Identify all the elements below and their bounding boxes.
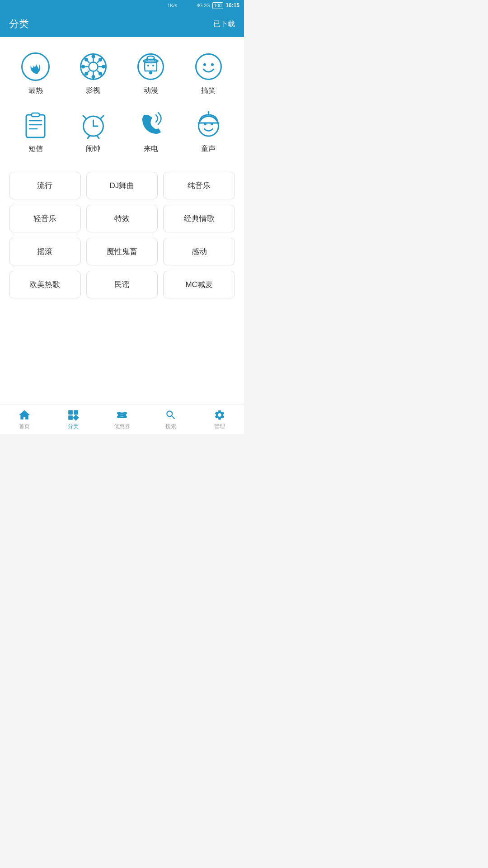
alarm-label: 闹钟 [86,144,100,154]
nav-manage[interactable]: 管理 [195,405,244,434]
anime-label: 动漫 [144,86,158,95]
alarm-status-icon [179,2,186,9]
coupon-nav-icon [116,409,128,421]
sms-icon [20,109,52,141]
svg-point-42 [198,116,218,136]
category-sms[interactable]: 短信 [9,104,62,158]
svg-point-21 [147,56,155,60]
svg-point-24 [149,71,152,74]
svg-line-39 [101,116,103,118]
time-display: 16:15 [225,2,239,9]
category-child[interactable]: 童声 [182,104,235,158]
svg-point-15 [84,58,88,61]
search-nav-label: 搜索 [165,423,176,430]
svg-point-13 [81,65,85,68]
svg-rect-30 [26,115,45,137]
svg-point-12 [91,75,95,79]
hot-label: 最热 [28,86,43,95]
svg-point-47 [207,111,209,113]
signal-text: 4G 2G [197,3,210,8]
svg-rect-50 [68,415,73,420]
tag-button-8[interactable]: 感动 [163,238,235,265]
svg-point-28 [203,63,206,66]
category-icon-grid: 最热 [5,46,239,158]
coupon-nav-label: 优惠券 [114,423,130,430]
page-title: 分类 [9,17,29,31]
category-funny[interactable]: 搞笑 [182,46,235,100]
category-hot[interactable]: 最热 [9,46,62,100]
svg-rect-34 [32,113,39,117]
svg-rect-48 [68,410,73,415]
sms-label: 短信 [28,144,43,154]
network-speed: 1K/s [167,3,177,8]
svg-line-41 [97,136,99,138]
svg-point-11 [91,55,95,58]
nav-category[interactable]: 分类 [49,405,98,434]
call-label: 来电 [144,144,158,154]
child-label: 童声 [201,144,216,154]
category-nav-label: 分类 [68,423,79,430]
funny-icon [192,51,224,82]
battery-indicator: 100 [212,2,224,9]
tag-button-6[interactable]: 摇滚 [9,238,81,265]
category-nav-icon [67,409,80,421]
tag-button-3[interactable]: 轻音乐 [9,205,81,232]
category-call[interactable]: 来电 [124,104,178,158]
category-anime[interactable]: 动漫 [124,46,178,100]
svg-point-26 [152,65,154,66]
nav-search[interactable]: 搜索 [146,405,195,434]
home-nav-icon [18,409,31,421]
svg-point-14 [102,65,105,68]
svg-point-16 [99,72,102,75]
category-alarm[interactable]: 闹钟 [67,104,120,158]
manage-nav-label: 管理 [214,423,225,430]
svg-point-25 [147,65,149,66]
category-movie[interactable]: 影视 [67,46,120,100]
tag-button-2[interactable]: 纯音乐 [163,172,235,199]
anime-icon [135,51,167,82]
tag-button-10[interactable]: 民谣 [86,271,158,298]
tag-button-7[interactable]: 魔性鬼畜 [86,238,158,265]
svg-line-38 [83,116,86,118]
tag-button-0[interactable]: 流行 [9,172,81,199]
status-bar: 1K/s 4G 2G 100 16:15 [0,0,244,11]
tag-button-9[interactable]: 欧美热歌 [9,271,81,298]
svg-point-27 [196,54,221,79]
tag-button-4[interactable]: 特效 [86,205,158,232]
funny-label: 搞笑 [201,86,216,95]
bottom-navigation: 首页 分类 优惠券 搜索 [0,405,244,434]
tag-button-11[interactable]: MC喊麦 [163,271,235,298]
svg-rect-49 [74,410,78,415]
alarm-icon [77,109,109,141]
child-icon [192,109,224,141]
search-nav-icon [164,409,177,421]
nav-coupon[interactable]: 优惠券 [98,405,146,434]
tag-button-5[interactable]: 经典情歌 [163,205,235,232]
svg-point-18 [84,72,88,75]
app-header: 分类 已下载 [0,11,244,37]
tag-button-1[interactable]: DJ舞曲 [86,172,158,199]
svg-point-2 [89,62,98,71]
main-content: 最热 [0,37,244,405]
wifi-icon [188,2,194,9]
nav-home[interactable]: 首页 [0,405,49,434]
movie-icon [77,51,109,82]
svg-point-19 [138,54,164,79]
svg-point-17 [99,58,102,61]
svg-point-29 [211,63,214,66]
downloaded-button[interactable]: 已下载 [213,19,235,29]
manage-nav-icon [213,409,226,421]
movie-label: 影视 [86,86,100,95]
hot-icon [20,51,52,82]
music-tag-grid: 流行DJ舞曲纯音乐轻音乐特效经典情歌摇滚魔性鬼畜感动欧美热歌民谣MC喊麦 [5,172,239,298]
svg-rect-51 [73,415,79,421]
svg-line-40 [88,136,89,138]
call-icon [135,109,167,141]
home-nav-label: 首页 [19,423,30,430]
